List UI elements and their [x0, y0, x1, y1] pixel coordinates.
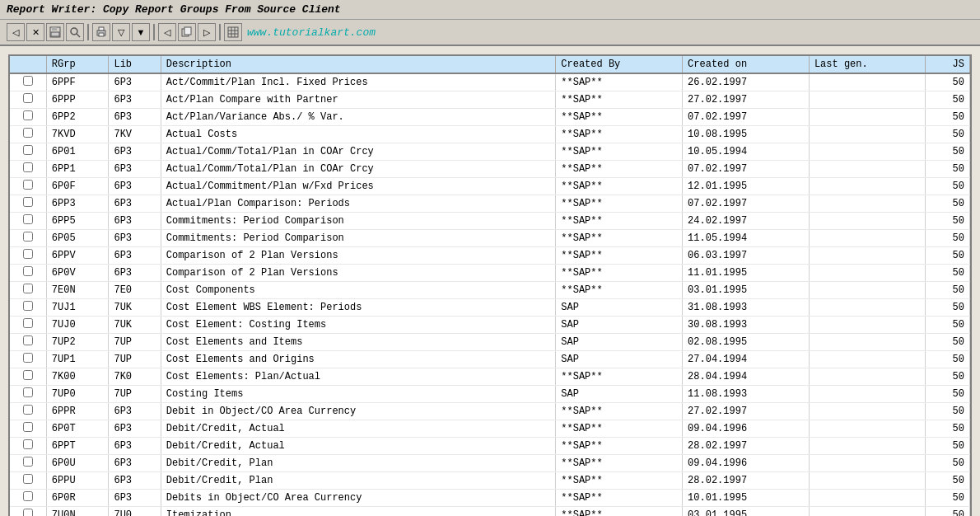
back-button[interactable]: ◁	[7, 23, 25, 41]
row-checkbox[interactable]	[23, 76, 33, 86]
row-checkbox[interactable]	[23, 214, 33, 224]
row-created-on: 26.02.1997	[683, 73, 810, 91]
row-created-on: 24.02.1997	[683, 213, 810, 230]
row-checkbox-cell[interactable]	[10, 368, 46, 386]
table-row: 6P0R6P3Debits in Object/CO Area Currency…	[10, 490, 970, 507]
row-checkbox[interactable]	[23, 266, 33, 276]
row-checkbox-cell[interactable]	[10, 230, 46, 247]
row-checkbox[interactable]	[23, 474, 33, 484]
row-checkbox[interactable]	[23, 405, 33, 415]
row-js: 50	[925, 351, 969, 368]
row-description: Debit/Credit, Plan	[161, 455, 556, 472]
row-checkbox-cell[interactable]	[10, 213, 46, 230]
row-checkbox-cell[interactable]	[10, 247, 46, 265]
separator-2	[153, 24, 155, 40]
save-button[interactable]	[46, 23, 64, 41]
row-checkbox[interactable]	[23, 422, 33, 432]
window-title: Report Writer: Copy Report Groups From S…	[7, 3, 341, 16]
row-rgrp: 6P05	[46, 230, 109, 247]
table-row: 6PPR6P3Debit in Object/CO Area Currency*…	[10, 403, 970, 420]
row-checkbox-cell[interactable]	[10, 490, 46, 507]
row-checkbox-cell[interactable]	[10, 195, 46, 213]
filter1-button[interactable]: ▽	[112, 23, 130, 41]
row-checkbox-cell[interactable]	[10, 73, 46, 91]
row-checkbox[interactable]	[23, 301, 33, 311]
row-created-by: **SAP**	[556, 126, 683, 143]
row-checkbox-cell[interactable]	[10, 317, 46, 334]
row-checkbox-cell[interactable]	[10, 420, 46, 438]
row-rgrp: 6PPU	[46, 472, 109, 490]
row-rgrp: 6PPF	[46, 73, 109, 91]
row-checkbox[interactable]	[23, 93, 33, 103]
row-checkbox[interactable]	[23, 370, 33, 380]
find-button[interactable]	[66, 23, 84, 41]
row-checkbox[interactable]	[23, 197, 33, 207]
table-row: 6P0T6P3Debit/Credit, Actual**SAP**09.04.…	[10, 420, 970, 438]
row-js: 50	[925, 507, 969, 517]
row-checkbox[interactable]	[23, 284, 33, 293]
row-checkbox-cell[interactable]	[10, 438, 46, 455]
row-js: 50	[925, 403, 969, 420]
row-rgrp: 6P0U	[46, 455, 109, 472]
print-button[interactable]	[92, 23, 110, 41]
row-checkbox[interactable]	[23, 110, 33, 120]
exit-button[interactable]: ✕	[26, 23, 44, 41]
row-checkbox-cell[interactable]	[10, 351, 46, 368]
row-created-by: **SAP**	[556, 490, 683, 507]
row-checkbox[interactable]	[23, 162, 33, 172]
row-checkbox-cell[interactable]	[10, 455, 46, 472]
grid-button[interactable]	[224, 23, 242, 41]
row-checkbox[interactable]	[23, 318, 33, 328]
row-checkbox[interactable]	[23, 387, 33, 397]
nav-next-button[interactable]: ▷	[198, 23, 216, 41]
nav-copy-button[interactable]	[178, 23, 196, 41]
row-lib: 6P3	[109, 472, 161, 490]
row-js: 50	[925, 386, 969, 403]
nav-prev-button[interactable]: ◁	[158, 23, 176, 41]
row-description: Actual/Plan Comparison: Periods	[161, 195, 556, 213]
row-checkbox[interactable]	[23, 232, 33, 242]
row-checkbox-cell[interactable]	[10, 334, 46, 351]
row-checkbox[interactable]	[23, 439, 33, 449]
row-description: Cost Elements and Items	[161, 334, 556, 351]
row-js: 50	[925, 230, 969, 247]
row-checkbox[interactable]	[23, 509, 33, 516]
row-checkbox-cell[interactable]	[10, 161, 46, 178]
row-js: 50	[925, 213, 969, 230]
row-checkbox-cell[interactable]	[10, 282, 46, 299]
row-description: Comparison of 2 Plan Versions	[161, 265, 556, 282]
row-checkbox[interactable]	[23, 145, 33, 155]
row-checkbox[interactable]	[23, 180, 33, 190]
row-checkbox[interactable]	[23, 128, 33, 138]
row-checkbox-cell[interactable]	[10, 299, 46, 317]
row-description: Cost Elements: Plan/Actual	[161, 368, 556, 386]
row-last-gen	[809, 213, 925, 230]
row-checkbox-cell[interactable]	[10, 91, 46, 109]
row-last-gen	[809, 490, 925, 507]
row-checkbox[interactable]	[23, 249, 33, 259]
row-checkbox[interactable]	[23, 335, 33, 345]
row-checkbox[interactable]	[23, 457, 33, 467]
row-created-on: 09.04.1996	[683, 455, 810, 472]
row-last-gen	[809, 317, 925, 334]
row-checkbox-cell[interactable]	[10, 403, 46, 420]
row-js: 50	[925, 265, 969, 282]
filter2-button[interactable]: ▼	[132, 23, 150, 41]
row-checkbox-cell[interactable]	[10, 178, 46, 195]
row-checkbox-cell[interactable]	[10, 386, 46, 403]
row-checkbox-cell[interactable]	[10, 143, 46, 161]
row-created-by: SAP	[556, 317, 683, 334]
row-checkbox-cell[interactable]	[10, 507, 46, 517]
table-row: 6PP26P3Act/Plan/Variance Abs./ % Var.**S…	[10, 109, 970, 126]
row-created-by: **SAP**	[556, 455, 683, 472]
row-checkbox-cell[interactable]	[10, 126, 46, 143]
row-checkbox-cell[interactable]	[10, 265, 46, 282]
row-checkbox[interactable]	[23, 353, 33, 363]
row-created-on: 06.03.1997	[683, 247, 810, 265]
row-lib: 6P3	[109, 143, 161, 161]
row-checkbox[interactable]	[23, 491, 33, 501]
row-last-gen	[809, 91, 925, 109]
toolbar: ◁ ✕ ▽ ▼ ◁ ▷ www.tutorialkart.com	[0, 20, 980, 46]
row-checkbox-cell[interactable]	[10, 109, 46, 126]
row-checkbox-cell[interactable]	[10, 472, 46, 490]
